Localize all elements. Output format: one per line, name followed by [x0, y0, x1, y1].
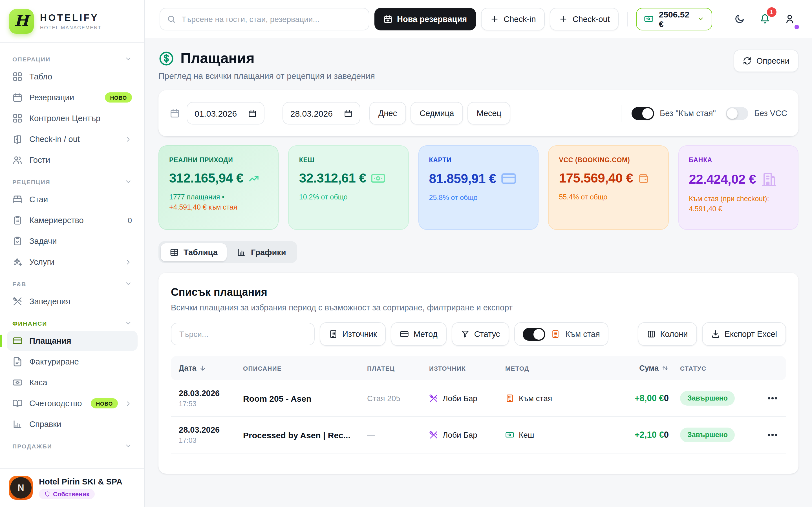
section-sales[interactable]: ПРОДАЖБИ — [7, 438, 138, 453]
tab-charts[interactable]: Графики — [228, 243, 295, 261]
filter-status-button[interactable]: Статус — [452, 322, 509, 346]
sidebar-item-dashboard[interactable]: Табло — [7, 66, 138, 87]
date-from-input[interactable]: 01.03.2026 — [187, 102, 264, 124]
stat-value: 22.424,02 € — [689, 172, 756, 187]
sidebar-item-services[interactable]: Услуги — [7, 252, 138, 272]
col-description[interactable]: ОПИСАНИЕ — [238, 356, 361, 380]
col-payer[interactable]: ПЛАТЕЦ — [361, 356, 423, 380]
room-charge-icon — [505, 394, 514, 403]
section-finance[interactable]: ФИНАНСИ — [7, 315, 138, 330]
hotel-name: Hotel Pirin SKI & SPA — [39, 477, 122, 486]
payment-description: Processed by Asen | Rec... — [243, 430, 356, 440]
sidebar-nav: ОПЕРАЦИИ Табло Резервации НОВО Контролен… — [0, 43, 144, 468]
status-badge: Завършено — [680, 428, 735, 442]
table-row[interactable]: 28.03.2026 17:03 Processed by Asen | Rec… — [171, 417, 786, 453]
toggle-room-charge[interactable]: Към стая — [514, 322, 608, 346]
status-badge: Завършено — [680, 391, 735, 406]
toggle-no-vcc[interactable]: Без VCC — [726, 107, 787, 120]
brand-logo-icon: H — [9, 9, 34, 34]
toggle-no-room-charge[interactable]: Без "Към стая" — [631, 107, 716, 120]
section-fnb[interactable]: F&B — [7, 276, 138, 291]
stat-card-cards: КАРТИ 81.859,91 € 25.8% от общо — [418, 145, 539, 230]
sort-icon — [661, 364, 669, 372]
export-excel-button[interactable]: Експорт Excel — [702, 322, 786, 346]
list-search-input[interactable] — [171, 323, 315, 345]
dark-mode-toggle[interactable] — [730, 8, 750, 30]
quick-today-button[interactable]: Днес — [369, 102, 406, 124]
brand[interactable]: H HOTELIFY HOTEL MANAGEMENT — [0, 0, 144, 43]
stat-card-bank: БАНКА 22.424,02 € Към стая (при checkout… — [678, 145, 799, 230]
sidebar-item-tasks[interactable]: Задачи — [7, 231, 138, 251]
sidebar-item-housekeeping[interactable]: Камериерство 0 — [7, 210, 138, 230]
new-badge: НОВО — [91, 398, 118, 408]
file-text-icon — [12, 356, 22, 367]
sidebar-item-accounting[interactable]: Счетоводство НОВО — [7, 393, 138, 413]
toggle-switch-on[interactable] — [522, 328, 545, 341]
refresh-button[interactable]: Опресни — [734, 50, 799, 72]
payment-amount-suffix: 0 — [664, 430, 669, 439]
active-indicator — [0, 335, 2, 347]
sidebar-item-rooms[interactable]: Стаи — [7, 189, 138, 210]
col-source[interactable]: ИЗТОЧНИК — [423, 356, 500, 380]
chevron-down-icon — [124, 442, 132, 450]
users-icon — [12, 155, 22, 165]
toggle-switch-off[interactable] — [726, 107, 749, 120]
sidebar-item-cashdesk[interactable]: Каса — [7, 372, 138, 393]
col-method[interactable]: МЕТОД — [500, 356, 596, 380]
sidebar-item-outlets[interactable]: Заведения — [7, 291, 138, 312]
cash-register-icon — [644, 14, 654, 24]
payments-card-icon — [12, 336, 22, 346]
banknote-icon — [371, 171, 386, 186]
door-icon — [12, 134, 22, 144]
section-operations[interactable]: ОПЕРАЦИИ — [7, 51, 138, 66]
profile-card[interactable]: N Hotel Pirin SKI & SPA Собственик — [0, 468, 144, 507]
sidebar-item-checkin-out[interactable]: Check-in / out — [7, 129, 138, 149]
sidebar-item-reservations[interactable]: Резервации НОВО — [7, 87, 138, 108]
sort-desc-icon — [199, 364, 207, 372]
payment-source: Лоби Бар — [429, 394, 494, 403]
date-filter-card: 01.03.2026 – 28.03.2026 Днес Седмица Мес… — [158, 90, 799, 136]
toggle-switch-on[interactable] — [631, 107, 654, 120]
row-actions-menu[interactable] — [765, 431, 780, 439]
payment-date: 28.03.2026 — [179, 425, 232, 434]
checkout-button[interactable]: Check-out — [550, 8, 619, 30]
col-amount[interactable]: Сума — [596, 356, 674, 380]
table-row[interactable]: 28.03.2026 17:53 Room 205 - Asen Стая 20… — [171, 380, 786, 417]
sidebar-item-reports[interactable]: Справки — [7, 414, 138, 434]
dashboard-icon — [12, 71, 22, 82]
quick-month-button[interactable]: Месец — [467, 102, 510, 124]
col-date[interactable]: Дата — [171, 356, 238, 380]
checkin-button[interactable]: Check-in — [481, 8, 545, 30]
page-header: Плащания Преглед на всички плащания от р… — [158, 50, 799, 80]
sidebar-item-invoicing[interactable]: Фактуриране — [7, 351, 138, 372]
sidebar-item-control-center[interactable]: Контролен Център — [7, 108, 138, 128]
topbar: Нова резервация Check-in Check-out 2506.… — [145, 0, 812, 38]
sidebar-item-payments[interactable]: Плащания — [7, 331, 138, 351]
filter-source-button[interactable]: Източник — [320, 322, 386, 346]
table-header-row: Дата ОПИСАНИЕ ПЛАТЕЦ ИЗТОЧНИК МЕТОД Сума — [171, 356, 786, 380]
chevron-down-icon — [124, 320, 132, 327]
filter-method-button[interactable]: Метод — [391, 322, 447, 346]
tab-table[interactable]: Таблица — [160, 243, 227, 261]
col-status[interactable]: СТАТУС — [674, 356, 759, 380]
section-reception[interactable]: РЕЦЕПЦИЯ — [7, 173, 138, 189]
global-search-input[interactable] — [160, 8, 369, 30]
sidebar-item-guests[interactable]: Гости — [7, 150, 138, 170]
main-area: Нова резервация Check-in Check-out 2506.… — [145, 0, 812, 507]
payment-payer: — — [367, 431, 375, 439]
notifications-button[interactable]: 1 — [755, 8, 775, 30]
col-actions — [759, 356, 786, 380]
avatar: N — [9, 476, 33, 500]
quick-week-button[interactable]: Седмица — [410, 102, 463, 124]
date-to-input[interactable]: 28.03.2026 — [283, 102, 360, 124]
chevron-right-icon — [124, 400, 132, 407]
building-icon — [329, 330, 338, 339]
shield-icon — [45, 491, 50, 497]
cash-balance-dropdown[interactable]: 2506.52 € — [637, 8, 712, 30]
columns-button[interactable]: Колони — [638, 322, 697, 346]
clipboard-list-icon — [12, 215, 22, 225]
user-menu-button[interactable] — [779, 8, 800, 30]
row-actions-menu[interactable] — [765, 394, 780, 403]
new-reservation-button[interactable]: Нова резервация — [374, 8, 476, 30]
stat-value: 175.569,40 € — [559, 171, 633, 186]
